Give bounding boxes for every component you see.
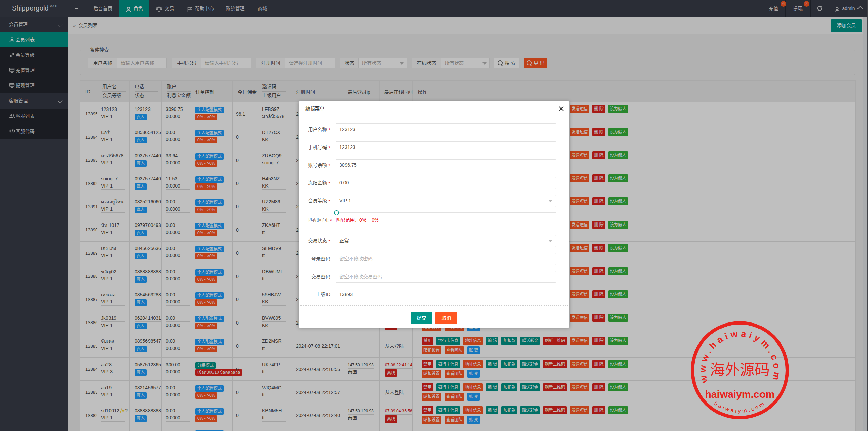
svg-text:haiwaiym.com: haiwaiym.com: [705, 389, 774, 400]
svg-text:海外源码: 海外源码: [710, 362, 770, 378]
svg-text:haiwaiym.com: haiwaiym.com: [713, 400, 767, 414]
